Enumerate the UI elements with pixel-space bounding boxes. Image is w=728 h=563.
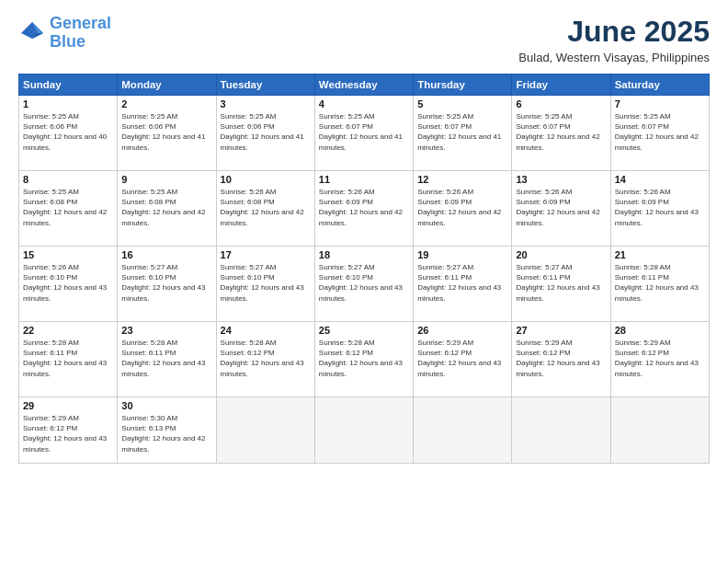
day-info: Sunrise: 5:28 AMSunset: 6:11 PMDaylight:… (23, 338, 113, 379)
logo-text: General Blue (50, 15, 111, 52)
day-info: Sunrise: 5:27 AMSunset: 6:11 PMDaylight:… (417, 262, 507, 304)
day-number: 27 (516, 325, 606, 336)
day-number: 8 (23, 174, 113, 185)
day-number: 14 (615, 174, 705, 185)
day-number: 17 (221, 249, 311, 260)
logo-icon (18, 19, 46, 47)
calendar: SundayMondayTuesdayWednesdayThursdayFrid… (18, 74, 710, 464)
day-number: 29 (23, 400, 113, 411)
page: General Blue June 2025 Bulad, Western Vi… (0, 0, 728, 563)
calendar-cell: 24Sunrise: 5:28 AMSunset: 6:12 PMDayligh… (216, 322, 314, 397)
day-info: Sunrise: 5:29 AMSunset: 6:12 PMDaylight:… (615, 338, 705, 379)
day-info: Sunrise: 5:28 AMSunset: 6:12 PMDaylight:… (319, 338, 409, 379)
calendar-cell: 23Sunrise: 5:28 AMSunset: 6:11 PMDayligh… (118, 322, 216, 397)
weekday-header-row: SundayMondayTuesdayWednesdayThursdayFrid… (19, 75, 710, 96)
weekday-header-friday: Friday (512, 75, 610, 96)
calendar-cell: 25Sunrise: 5:28 AMSunset: 6:12 PMDayligh… (314, 322, 413, 397)
weekday-header-saturday: Saturday (610, 75, 709, 96)
calendar-cell (314, 397, 413, 464)
day-info: Sunrise: 5:25 AMSunset: 6:08 PMDaylight:… (23, 187, 113, 228)
day-info: Sunrise: 5:26 AMSunset: 6:09 PMDaylight:… (516, 187, 606, 228)
day-info: Sunrise: 5:25 AMSunset: 6:06 PMDaylight:… (23, 111, 113, 153)
day-number: 20 (516, 249, 606, 260)
day-info: Sunrise: 5:25 AMSunset: 6:06 PMDaylight:… (121, 111, 211, 153)
weekday-header-monday: Monday (118, 75, 216, 96)
day-info: Sunrise: 5:29 AMSunset: 6:12 PMDaylight:… (417, 338, 507, 379)
calendar-cell: 30Sunrise: 5:30 AMSunset: 6:13 PMDayligh… (118, 397, 216, 464)
calendar-cell: 11Sunrise: 5:26 AMSunset: 6:09 PMDayligh… (314, 171, 413, 247)
calendar-cell (216, 397, 314, 464)
calendar-cell: 16Sunrise: 5:27 AMSunset: 6:10 PMDayligh… (118, 247, 216, 322)
day-number: 24 (221, 325, 311, 336)
day-info: Sunrise: 5:26 AMSunset: 6:09 PMDaylight:… (417, 187, 507, 228)
day-number: 25 (319, 325, 409, 336)
day-info: Sunrise: 5:29 AMSunset: 6:12 PMDaylight:… (516, 338, 606, 379)
day-number: 28 (615, 325, 705, 336)
weekday-header-sunday: Sunday (19, 75, 118, 96)
location-title: Bulad, Western Visayas, Philippines (518, 51, 710, 64)
day-number: 6 (516, 98, 606, 109)
calendar-cell: 18Sunrise: 5:27 AMSunset: 6:10 PMDayligh… (314, 247, 413, 322)
calendar-cell: 13Sunrise: 5:26 AMSunset: 6:09 PMDayligh… (512, 171, 610, 247)
day-number: 1 (23, 98, 113, 109)
day-number: 23 (121, 325, 211, 336)
calendar-cell: 20Sunrise: 5:27 AMSunset: 6:11 PMDayligh… (512, 247, 610, 322)
calendar-cell: 17Sunrise: 5:27 AMSunset: 6:10 PMDayligh… (216, 247, 314, 322)
calendar-cell: 3Sunrise: 5:25 AMSunset: 6:06 PMDaylight… (216, 96, 314, 171)
day-number: 18 (319, 249, 409, 260)
day-number: 21 (615, 249, 705, 260)
calendar-cell: 15Sunrise: 5:26 AMSunset: 6:10 PMDayligh… (19, 247, 118, 322)
day-number: 26 (417, 325, 507, 336)
day-number: 16 (121, 249, 211, 260)
calendar-cell: 29Sunrise: 5:29 AMSunset: 6:12 PMDayligh… (19, 397, 118, 464)
week-row-1: 1Sunrise: 5:25 AMSunset: 6:06 PMDaylight… (19, 96, 710, 171)
day-info: Sunrise: 5:27 AMSunset: 6:10 PMDaylight:… (221, 262, 311, 304)
calendar-cell: 5Sunrise: 5:25 AMSunset: 6:07 PMDaylight… (414, 96, 512, 171)
calendar-cell: 22Sunrise: 5:28 AMSunset: 6:11 PMDayligh… (19, 322, 118, 397)
day-number: 13 (516, 174, 606, 185)
calendar-cell (610, 397, 709, 464)
logo: General Blue (18, 15, 111, 52)
calendar-cell: 10Sunrise: 5:26 AMSunset: 6:08 PMDayligh… (216, 171, 314, 247)
calendar-cell (414, 397, 512, 464)
day-number: 19 (417, 249, 507, 260)
logo-line1: General (50, 14, 111, 32)
day-number: 7 (615, 98, 705, 109)
calendar-cell: 14Sunrise: 5:26 AMSunset: 6:09 PMDayligh… (610, 171, 709, 247)
weekday-header-tuesday: Tuesday (216, 75, 314, 96)
calendar-cell: 9Sunrise: 5:25 AMSunset: 6:08 PMDaylight… (118, 171, 216, 247)
calendar-cell: 2Sunrise: 5:25 AMSunset: 6:06 PMDaylight… (118, 96, 216, 171)
calendar-cell: 27Sunrise: 5:29 AMSunset: 6:12 PMDayligh… (512, 322, 610, 397)
day-number: 4 (319, 98, 409, 109)
calendar-cell: 1Sunrise: 5:25 AMSunset: 6:06 PMDaylight… (19, 96, 118, 171)
calendar-cell: 26Sunrise: 5:29 AMSunset: 6:12 PMDayligh… (414, 322, 512, 397)
calendar-cell: 4Sunrise: 5:25 AMSunset: 6:07 PMDaylight… (314, 96, 413, 171)
calendar-cell: 21Sunrise: 5:28 AMSunset: 6:11 PMDayligh… (610, 247, 709, 322)
day-info: Sunrise: 5:26 AMSunset: 6:09 PMDaylight:… (319, 187, 409, 228)
day-info: Sunrise: 5:27 AMSunset: 6:10 PMDaylight:… (121, 262, 211, 304)
month-title: June 2025 (518, 15, 710, 49)
day-number: 3 (221, 98, 311, 109)
day-info: Sunrise: 5:28 AMSunset: 6:12 PMDaylight:… (221, 338, 311, 379)
calendar-cell: 8Sunrise: 5:25 AMSunset: 6:08 PMDaylight… (19, 171, 118, 247)
calendar-cell: 7Sunrise: 5:25 AMSunset: 6:07 PMDaylight… (610, 96, 709, 171)
day-info: Sunrise: 5:25 AMSunset: 6:07 PMDaylight:… (516, 111, 606, 153)
weekday-header-thursday: Thursday (414, 75, 512, 96)
day-info: Sunrise: 5:25 AMSunset: 6:06 PMDaylight:… (221, 111, 311, 153)
calendar-cell (512, 397, 610, 464)
header: General Blue June 2025 Bulad, Western Vi… (18, 15, 710, 64)
day-info: Sunrise: 5:27 AMSunset: 6:10 PMDaylight:… (319, 262, 409, 304)
day-info: Sunrise: 5:26 AMSunset: 6:08 PMDaylight:… (221, 187, 311, 228)
day-number: 9 (121, 174, 211, 185)
day-info: Sunrise: 5:27 AMSunset: 6:11 PMDaylight:… (516, 262, 606, 304)
day-info: Sunrise: 5:29 AMSunset: 6:12 PMDaylight:… (23, 413, 113, 454)
day-number: 30 (121, 400, 211, 411)
day-number: 12 (417, 174, 507, 185)
day-number: 15 (23, 249, 113, 260)
day-info: Sunrise: 5:25 AMSunset: 6:07 PMDaylight:… (615, 111, 705, 153)
calendar-cell: 6Sunrise: 5:25 AMSunset: 6:07 PMDaylight… (512, 96, 610, 171)
week-row-3: 15Sunrise: 5:26 AMSunset: 6:10 PMDayligh… (19, 247, 710, 322)
calendar-cell: 28Sunrise: 5:29 AMSunset: 6:12 PMDayligh… (610, 322, 709, 397)
day-info: Sunrise: 5:25 AMSunset: 6:07 PMDaylight:… (319, 111, 409, 153)
day-info: Sunrise: 5:26 AMSunset: 6:09 PMDaylight:… (615, 187, 705, 228)
